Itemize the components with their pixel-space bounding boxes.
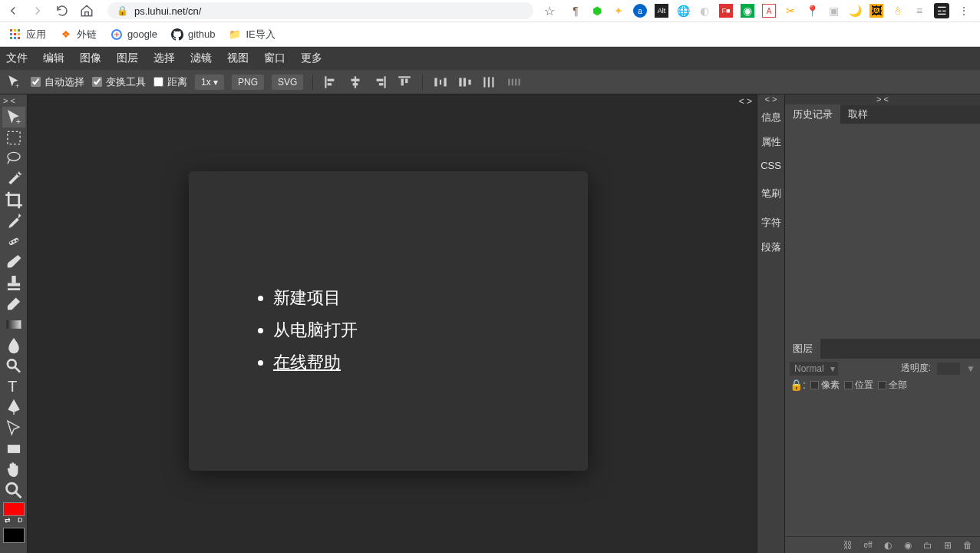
ext-icon-15[interactable]: 🖼: [869, 4, 883, 18]
side-tab-info[interactable]: 信息: [757, 105, 784, 130]
tab-history[interactable]: 历史记录: [785, 104, 840, 124]
gradient-tool[interactable]: [2, 314, 25, 335]
side-tab-brush[interactable]: 笔刷: [757, 181, 784, 206]
pen-tool[interactable]: [2, 397, 25, 418]
distribute-v-icon[interactable]: [457, 74, 474, 91]
ext-icon-shield[interactable]: ⬢: [590, 4, 604, 18]
home-button[interactable]: [80, 4, 94, 18]
heal-tool[interactable]: [2, 231, 25, 252]
tab-layers[interactable]: 图层: [785, 339, 820, 359]
lock-position-checkbox[interactable]: 位置: [844, 379, 873, 392]
menu-select[interactable]: 选择: [153, 51, 175, 65]
blend-mode-select[interactable]: Normal: [790, 362, 838, 376]
marquee-tool[interactable]: [2, 127, 25, 148]
doc-collapse-icon[interactable]: < >: [739, 96, 752, 107]
export-png-button[interactable]: PNG: [232, 75, 264, 90]
tab-swatches[interactable]: 取样: [840, 104, 876, 124]
ext-icon-16[interactable]: 🕯: [891, 4, 905, 18]
opacity-dropdown-icon[interactable]: ▼: [966, 363, 975, 374]
swap-colors[interactable]: ⇄D: [3, 516, 25, 527]
ext-icon-3[interactable]: ✦: [612, 4, 625, 18]
move-tool[interactable]: +: [2, 107, 25, 127]
ext-icon-8[interactable]: F■: [719, 4, 733, 18]
crop-tool[interactable]: [2, 190, 25, 210]
shape-tool[interactable]: [2, 439, 25, 459]
side-tab-paragraph[interactable]: 段落: [757, 235, 784, 260]
bookmark-github[interactable]: github: [171, 28, 215, 41]
layers-list[interactable]: [785, 395, 980, 537]
ext-icon-pin[interactable]: 📍: [805, 4, 819, 18]
eyedropper-tool[interactable]: [2, 210, 25, 231]
lock-all-checkbox[interactable]: 全部: [878, 379, 907, 392]
align-left-icon[interactable]: [322, 74, 339, 91]
foreground-color[interactable]: [3, 502, 25, 516]
brush-tool[interactable]: [2, 252, 25, 273]
reload-button[interactable]: [55, 4, 69, 18]
blur-tool[interactable]: [2, 335, 25, 356]
menu-window[interactable]: 窗口: [264, 51, 285, 65]
zoom-tool[interactable]: [2, 480, 25, 501]
distance-checkbox[interactable]: 距离: [153, 75, 187, 89]
type-tool[interactable]: T: [2, 376, 25, 397]
background-color[interactable]: [3, 528, 25, 543]
forward-button[interactable]: [31, 4, 45, 18]
toolbar-collapse-icon[interactable]: > <: [0, 96, 15, 107]
side-tab-css[interactable]: CSS: [757, 154, 784, 177]
menu-more[interactable]: 更多: [301, 51, 322, 65]
menu-edit[interactable]: 编辑: [43, 51, 64, 65]
eraser-tool[interactable]: [2, 293, 25, 314]
ext-icon-4[interactable]: a: [633, 4, 647, 18]
layer-mask-icon[interactable]: ◐: [882, 540, 894, 551]
menu-filter[interactable]: 滤镜: [190, 51, 212, 65]
browser-menu-icon[interactable]: ⋮: [957, 4, 971, 18]
new-layer-icon[interactable]: ⊞: [942, 540, 954, 551]
delete-layer-icon[interactable]: 🗑: [962, 540, 974, 551]
wand-tool[interactable]: [2, 169, 25, 190]
ext-icon-13[interactable]: ▣: [827, 4, 840, 18]
ext-icon-17[interactable]: ≡: [912, 4, 926, 18]
address-bar[interactable]: 🔒 ps.luhui.net/cn/: [107, 2, 533, 19]
path-select-tool[interactable]: [2, 418, 25, 439]
star-icon[interactable]: ☆: [544, 4, 555, 18]
stamp-tool[interactable]: [2, 273, 25, 293]
opacity-input[interactable]: [937, 363, 960, 375]
menu-view[interactable]: 视图: [227, 51, 249, 65]
ext-icon-1[interactable]: ¶: [569, 4, 582, 18]
link-layers-icon[interactable]: ⛓: [842, 540, 854, 551]
lock-pixels-checkbox[interactable]: 像素: [810, 379, 840, 392]
current-tool-icon[interactable]: +: [6, 74, 23, 91]
welcome-new-project[interactable]: 新建项目: [273, 286, 542, 310]
lasso-tool[interactable]: [2, 148, 25, 169]
align-top-icon[interactable]: [396, 74, 413, 91]
side-tab-character[interactable]: 字符: [757, 210, 784, 235]
history-panel-body[interactable]: [785, 124, 980, 339]
align-right-icon[interactable]: [371, 74, 388, 91]
auto-select-checkbox[interactable]: 自动选择: [31, 75, 84, 89]
bookmark-google[interactable]: google: [111, 28, 157, 41]
adjustment-layer-icon[interactable]: ◉: [902, 540, 914, 551]
side-tab-properties[interactable]: 属性: [757, 130, 784, 154]
align-center-h-icon[interactable]: [347, 74, 364, 91]
distribute-spacing-icon[interactable]: [481, 74, 498, 91]
back-button[interactable]: [6, 4, 20, 18]
new-folder-icon[interactable]: 🗀: [922, 540, 934, 551]
bookmark-external[interactable]: ❖ 外链: [60, 28, 97, 41]
dodge-tool[interactable]: [2, 356, 25, 376]
ext-icon-translate[interactable]: 🌐: [676, 4, 690, 18]
ext-icon-10[interactable]: A: [762, 4, 776, 18]
ext-icon-18[interactable]: ☲: [934, 3, 949, 18]
ext-icon-14[interactable]: 🌙: [848, 4, 862, 18]
export-svg-button[interactable]: SVG: [272, 75, 303, 90]
side-collapse-icon[interactable]: < >: [757, 94, 784, 105]
welcome-open-local[interactable]: 从电脑打开: [273, 319, 542, 342]
transform-checkbox[interactable]: 变换工具: [92, 75, 146, 89]
ext-icon-9[interactable]: ◉: [741, 4, 754, 18]
ext-icon-11[interactable]: ✂: [784, 4, 797, 18]
zoom-select[interactable]: 1x ▾: [195, 75, 224, 90]
bookmark-apps[interactable]: 应用: [9, 28, 46, 41]
menu-layer[interactable]: 图层: [117, 51, 138, 65]
layer-effects-icon[interactable]: eff: [862, 540, 874, 551]
bookmark-ie-import[interactable]: 📁 IE导入: [229, 28, 275, 41]
distribute-h-icon[interactable]: [432, 74, 449, 91]
distribute-4-icon[interactable]: [506, 74, 523, 91]
